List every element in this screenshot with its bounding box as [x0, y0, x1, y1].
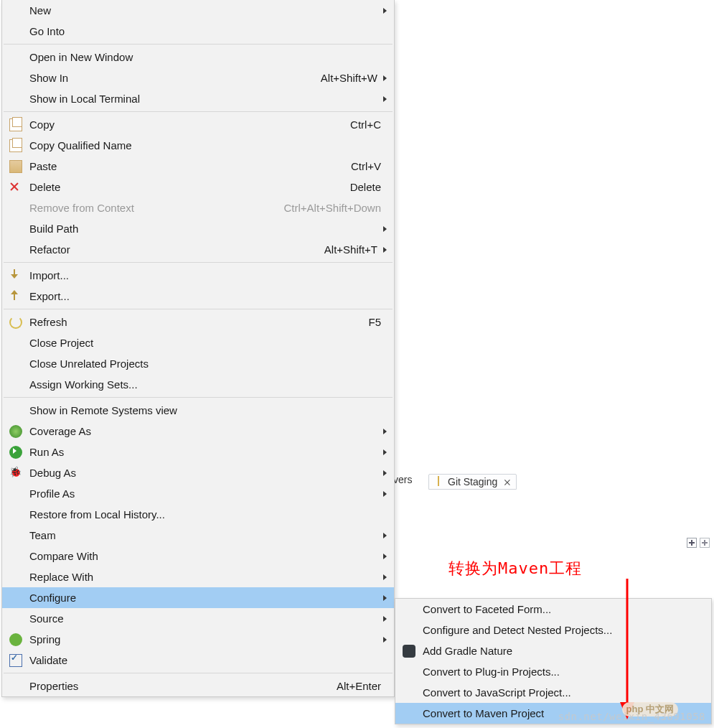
menu-go-into[interactable]: Go Into — [2, 21, 394, 42]
submenu-gradle[interactable]: Add Gradle Nature — [395, 640, 711, 661]
coverage-icon — [9, 425, 22, 438]
menu-restore-history[interactable]: Restore from Local History... — [2, 504, 394, 525]
menu-restore-history-label: Restore from Local History... — [29, 508, 387, 521]
csdn-watermark: sdn.net/weixin_43691058 — [558, 711, 705, 722]
debug-icon: 🐞 — [9, 467, 22, 480]
menu-debug-as-label: Debug As — [29, 467, 383, 479]
menu-delete-accel: Delete — [350, 181, 387, 193]
menu-close-project[interactable]: Close Project — [2, 332, 394, 353]
separator — [4, 309, 393, 309]
menu-new[interactable]: New — [2, 0, 394, 21]
add-all-icon[interactable] — [700, 538, 710, 548]
submenu-arrow-icon — [383, 616, 387, 622]
menu-source[interactable]: Source — [2, 608, 394, 629]
menu-spring-label: Spring — [29, 633, 383, 645]
menu-open-new-window-label: Open in New Window — [29, 51, 387, 63]
submenu-arrow-icon — [383, 247, 387, 253]
separator — [4, 111, 393, 112]
menu-refresh[interactable]: Refresh F5 — [2, 312, 394, 332]
menu-delete-label: Delete — [29, 181, 350, 193]
menu-export[interactable]: Export... — [2, 286, 394, 307]
menu-go-into-label: Go Into — [29, 25, 387, 37]
menu-profile-as[interactable]: Profile As — [2, 483, 394, 504]
submenu-arrow-icon — [383, 533, 387, 538]
close-tab-icon[interactable]: ⨯ — [503, 476, 512, 487]
submenu-faceted-label: Convert to Faceted Form... — [423, 603, 704, 615]
submenu-plugin-label: Convert to Plug-in Projects... — [423, 666, 704, 678]
import-icon — [9, 269, 22, 282]
add-icon[interactable] — [687, 538, 697, 548]
menu-assign-ws[interactable]: Assign Working Sets... — [2, 374, 394, 395]
menu-configure[interactable]: Configure — [2, 587, 394, 608]
submenu-js[interactable]: Convert to JavaScript Project... — [395, 682, 711, 703]
submenu-nested-label: Configure and Detect Nested Projects... — [423, 624, 704, 636]
spring-icon — [9, 633, 22, 646]
menu-validate[interactable]: Validate — [2, 650, 394, 671]
menu-delete[interactable]: Delete Delete — [2, 177, 394, 197]
menu-import[interactable]: Import... — [2, 265, 394, 286]
menu-paste[interactable]: Paste Ctrl+V — [2, 156, 394, 177]
menu-build-path-label: Build Path — [29, 223, 383, 235]
submenu-faceted[interactable]: Convert to Faceted Form... — [395, 599, 711, 620]
menu-profile-as-label: Profile As — [29, 487, 383, 500]
menu-close-unrelated[interactable]: Close Unrelated Projects — [2, 353, 394, 374]
menu-configure-label: Configure — [29, 592, 383, 604]
menu-replace-with-label: Replace With — [29, 571, 383, 583]
menu-debug-as[interactable]: 🐞 Debug As — [2, 462, 394, 483]
menu-coverage-as[interactable]: Coverage As — [2, 421, 394, 442]
menu-show-remote[interactable]: Show in Remote Systems view — [2, 400, 394, 421]
menu-spring[interactable]: Spring — [2, 629, 394, 650]
menu-show-in[interactable]: Show In Alt+Shift+W — [2, 67, 394, 88]
menu-refresh-label: Refresh — [29, 316, 368, 328]
menu-close-unrelated-label: Close Unrelated Projects — [29, 358, 387, 370]
copy-qualified-icon — [9, 139, 22, 152]
submenu-nested[interactable]: Configure and Detect Nested Projects... — [395, 620, 711, 640]
menu-copy[interactable]: Copy Ctrl+C — [2, 114, 394, 135]
menu-close-project-label: Close Project — [29, 337, 387, 349]
menu-compare-with-label: Compare With — [29, 550, 383, 562]
view-controls — [687, 538, 710, 548]
menu-copy-qualified[interactable]: Copy Qualified Name — [2, 135, 394, 156]
submenu-arrow-icon — [383, 96, 387, 102]
submenu-arrow-icon — [383, 449, 387, 455]
menu-build-path[interactable]: Build Path — [2, 218, 394, 239]
tab-servers-fragment[interactable]: vers — [393, 474, 412, 485]
menu-remove-context: Remove from Context Ctrl+Alt+Shift+Down — [2, 197, 394, 218]
submenu-js-label: Convert to JavaScript Project... — [423, 686, 704, 699]
menu-properties-label: Properties — [29, 680, 337, 692]
submenu-arrow-icon — [383, 470, 387, 476]
menu-show-local-terminal[interactable]: Show in Local Terminal — [2, 88, 394, 109]
submenu-plugin[interactable]: Convert to Plug-in Projects... — [395, 661, 711, 682]
menu-refactor[interactable]: Refactor Alt+Shift+T — [2, 239, 394, 260]
menu-show-in-label: Show In — [29, 72, 321, 84]
export-icon — [9, 290, 22, 303]
paste-icon — [9, 160, 22, 173]
menu-compare-with[interactable]: Compare With — [2, 546, 394, 566]
submenu-arrow-icon — [383, 75, 387, 81]
separator — [4, 262, 393, 263]
tab-git-staging[interactable]: Git Staging ⨯ — [428, 474, 517, 490]
submenu-arrow-icon — [383, 491, 387, 497]
menu-properties[interactable]: Properties Alt+Enter — [2, 676, 394, 696]
annotation-text: 转换为Maven工程 — [448, 558, 582, 579]
menu-team[interactable]: Team — [2, 525, 394, 546]
submenu-arrow-icon — [383, 637, 387, 643]
submenu-arrow-icon — [383, 554, 387, 559]
menu-paste-accel: Ctrl+V — [351, 160, 387, 172]
menu-run-as[interactable]: Run As — [2, 442, 394, 462]
menu-replace-with[interactable]: Replace With — [2, 566, 394, 587]
separator — [4, 397, 393, 398]
submenu-arrow-icon — [383, 595, 387, 601]
menu-remove-context-accel: Ctrl+Alt+Shift+Down — [284, 202, 387, 214]
menu-open-new-window[interactable]: Open in New Window — [2, 47, 394, 67]
delete-icon — [9, 181, 22, 194]
gradle-icon — [403, 645, 415, 658]
submenu-arrow-icon — [383, 226, 387, 232]
context-menu: New Go Into Open in New Window Show In A… — [1, 0, 395, 697]
menu-source-label: Source — [29, 612, 383, 625]
copy-icon — [9, 118, 22, 131]
git-branch-icon — [433, 476, 445, 487]
validate-icon — [9, 654, 22, 667]
menu-remove-context-label: Remove from Context — [29, 202, 284, 214]
submenu-arrow-icon — [383, 429, 387, 434]
